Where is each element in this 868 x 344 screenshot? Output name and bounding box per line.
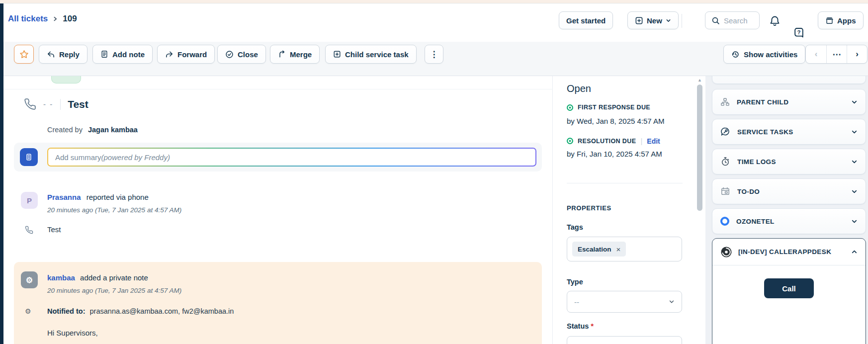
favorite-star-button[interactable] <box>14 45 34 64</box>
title-separator <box>60 99 61 110</box>
conversation-timestamp: 20 minutes ago (Tue, 7 Jan 2025 at 4:57 … <box>47 206 181 214</box>
widget-card-service-tasks[interactable]: SERVICE TASKS <box>712 119 866 145</box>
more-actions-kebab-button[interactable]: ⋮ <box>425 45 443 64</box>
status-dropdown[interactable] <box>567 336 682 344</box>
chevron-down-icon <box>851 218 858 225</box>
widget-card-partial[interactable] <box>712 76 866 84</box>
panel-divider <box>567 183 683 183</box>
star-icon <box>19 50 29 59</box>
widget-label: TIME LOGS <box>737 158 844 166</box>
summary-placeholder-note: (powered by Freddy) <box>101 153 170 162</box>
properties-heading: PROPERTIES <box>567 204 611 212</box>
widget-label: OZONETEL <box>736 218 844 225</box>
ticket-meta-dashes: - - <box>43 100 53 108</box>
widget-card-time-logs[interactable]: TIME LOGS <box>712 149 866 174</box>
summary-input[interactable]: Add summary (powered by Freddy) <box>47 148 536 167</box>
ticket-status-heading: Open <box>567 83 591 94</box>
panel-scrollbar-thumb[interactable] <box>697 85 702 211</box>
tags-label: Tags <box>567 223 583 231</box>
call-button[interactable]: Call <box>764 278 814 298</box>
close-label: Close <box>238 50 258 59</box>
get-started-button[interactable]: Get started <box>559 11 613 29</box>
search-box[interactable] <box>705 11 760 29</box>
chevron-right-icon <box>52 16 58 22</box>
conversation-action: reported via phone <box>87 193 149 201</box>
chevron-down-icon <box>851 188 858 195</box>
scrollbar-up-arrow[interactable]: ▲ <box>697 78 702 83</box>
gear-icon: ⚙ <box>26 275 33 285</box>
author-link[interactable]: kambaa <box>47 273 75 282</box>
widget-card-parent-child[interactable]: PARENT CHILD <box>712 89 866 115</box>
chevron-down-icon <box>666 18 671 23</box>
show-activities-label: Show activities <box>744 50 797 59</box>
page-header: All tickets 109 Get started New ? <box>3 4 868 42</box>
tag-chip: Escalation × <box>572 242 626 257</box>
system-gear-avatar: ⚙ <box>21 271 38 288</box>
reply-button[interactable]: Reply <box>39 45 87 64</box>
created-by-label: Created by <box>47 126 83 134</box>
widget-label: PARENT CHILD <box>737 98 844 106</box>
widget-label: SERVICE TASKS <box>737 128 844 136</box>
ticket-nav-group: ‹ ⋯ › <box>805 45 868 64</box>
forward-button[interactable]: Forward <box>157 45 215 64</box>
summary-placeholder: Add summary <box>55 153 101 162</box>
callerappdesk-icon <box>720 246 732 258</box>
collapsed-left-nav-rail[interactable] <box>0 3 3 344</box>
search-input[interactable] <box>724 16 764 25</box>
conversation-header: Prasanna reported via phone <box>47 193 149 201</box>
notified-label: Notified to: <box>47 307 86 315</box>
previous-ticket-button[interactable]: ‹ <box>806 45 826 63</box>
widget-card-ozonetel[interactable]: OZONETEL <box>712 208 866 234</box>
callerappdesk-header[interactable]: [IN-DEV] CALLERAPPDESK <box>712 239 866 265</box>
get-started-label: Get started <box>566 16 606 25</box>
note-action: added a private note <box>80 273 148 282</box>
label-divider: | <box>640 137 642 145</box>
tags-field[interactable]: Escalation × <box>567 237 682 261</box>
note-timestamp: 20 minutes ago (Tue, 7 Jan 2025 at 4:57 … <box>47 287 181 294</box>
gear-icon: ⚙ <box>25 307 31 315</box>
add-note-button[interactable]: Add note <box>92 45 153 64</box>
breadcrumb-ticket-id: 109 <box>63 14 77 24</box>
close-button[interactable]: Close <box>217 45 266 64</box>
new-button[interactable]: New <box>627 11 679 29</box>
widget-card-todo[interactable]: TO-DO <box>712 178 866 204</box>
chevron-down-icon <box>851 99 858 105</box>
reply-label: Reply <box>59 50 80 59</box>
show-activities-button[interactable]: Show activities <box>723 45 805 64</box>
author-link[interactable]: Prasanna <box>47 193 81 201</box>
sla-green-dot-icon <box>567 104 573 111</box>
merge-icon <box>278 50 286 58</box>
new-label: New <box>647 16 662 25</box>
merge-button[interactable]: Merge <box>270 45 320 64</box>
resolution-due: by Fri, Jan 10, 2025 4:57 AM <box>567 150 662 158</box>
chevron-down-icon <box>669 299 675 305</box>
freddy-summary-icon[interactable] <box>20 148 38 166</box>
phone-source-icon <box>24 98 36 110</box>
type-label: Type <box>567 278 583 286</box>
child-service-task-button[interactable]: Child service task <box>325 45 417 64</box>
next-ticket-button[interactable]: › <box>847 45 867 63</box>
svg-text:?: ? <box>797 29 801 35</box>
ticket-toolbar: Reply Add note Forward Close Merge Child… <box>3 42 868 76</box>
tag-chip-label: Escalation <box>578 246 611 253</box>
avatar-letter: P <box>27 196 32 205</box>
header-divider <box>682 14 682 28</box>
child-service-task-label: Child service task <box>345 50 409 59</box>
content-divider <box>3 89 553 89</box>
conversation-pane: - - Test Created by Jagan kambaa Add sum… <box>3 76 553 344</box>
ticket-list-more-button[interactable]: ⋯ <box>826 45 847 63</box>
apps-button[interactable]: Apps <box>818 11 864 29</box>
calendar-todo-icon <box>720 186 730 196</box>
first-response-row: FIRST RESPONSE DUE <box>567 104 650 111</box>
breadcrumb-all-tickets-link[interactable]: All tickets <box>8 14 48 24</box>
forward-label: Forward <box>177 50 207 59</box>
chevron-down-icon <box>851 159 858 165</box>
apps-widget-sidebar: PARENT CHILD SERVICE TASKS TIME LOGS TO-… <box>705 76 868 344</box>
apps-label: Apps <box>837 16 856 25</box>
scrolled-tag-pill <box>51 76 81 84</box>
edit-resolution-link[interactable]: Edit <box>647 137 660 145</box>
note-icon <box>100 50 108 58</box>
remove-tag-icon[interactable]: × <box>616 245 621 254</box>
type-dropdown[interactable]: -- <box>567 291 682 313</box>
created-by-name[interactable]: Jagan kambaa <box>88 126 138 134</box>
